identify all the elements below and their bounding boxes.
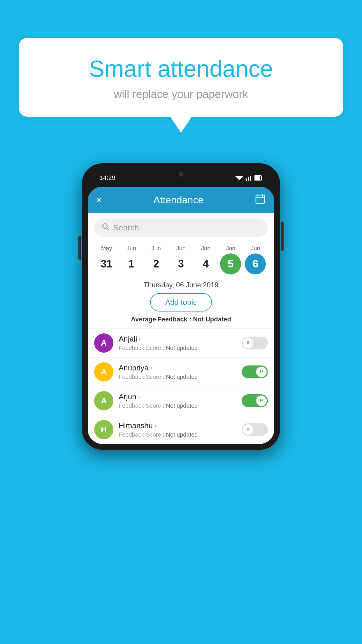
camera-dot	[179, 172, 183, 177]
add-topic-button[interactable]: Add topic	[150, 293, 212, 312]
avg-feedback: Average Feedback : Not Updated	[88, 316, 274, 323]
date-item[interactable]: Jun2	[144, 245, 168, 274]
search-icon	[101, 223, 110, 233]
toggle-container[interactable]: P	[242, 394, 268, 407]
attendance-toggle[interactable]: A	[242, 423, 268, 436]
svg-rect-3	[250, 176, 251, 181]
status-icons	[235, 175, 263, 181]
side-button-left	[78, 236, 81, 260]
speech-bubble-title: Smart attendance	[36, 55, 326, 82]
toggle-container[interactable]: A	[242, 423, 268, 436]
date-item[interactable]: Jun1	[119, 245, 144, 274]
battery-icon	[254, 175, 263, 181]
student-name[interactable]: Himanshu ›	[119, 421, 242, 430]
close-button[interactable]: ×	[96, 195, 102, 205]
search-bar[interactable]: Search	[94, 218, 268, 237]
toggle-container[interactable]: P	[242, 365, 268, 378]
wifi-icon	[235, 175, 243, 181]
feedback-score: Feedback Score : Not updated	[119, 345, 242, 351]
side-button-right	[281, 222, 284, 251]
date-item[interactable]: May31	[94, 245, 119, 274]
status-time: 14:29	[99, 174, 115, 182]
phone-screen: × Attendance	[88, 187, 274, 444]
date-strip: May31Jun1Jun2Jun3Jun4Jun5Jun6	[88, 242, 274, 279]
chevron-icon: ›	[138, 393, 140, 400]
date-month: May	[94, 245, 119, 252]
toggle-knob: A	[243, 338, 253, 348]
student-info: Anupriya ›Feedback Score : Not updated	[113, 363, 242, 380]
attendance-toggle[interactable]: A	[242, 337, 268, 349]
chevron-icon: ›	[139, 336, 141, 342]
table-row[interactable]: AAnupriya ›Feedback Score : Not updatedP	[88, 357, 274, 386]
table-row[interactable]: HHimanshu ›Feedback Score : Not updatedA	[88, 415, 274, 444]
student-list: AAnjali ›Feedback Score : Not updatedAAA…	[88, 328, 274, 444]
phone-frame: 14:29	[82, 163, 280, 450]
app-header: × Attendance	[88, 187, 274, 213]
search-input[interactable]: Search	[113, 223, 139, 232]
phone-notch	[169, 169, 193, 179]
chevron-icon: ›	[154, 422, 157, 429]
date-day[interactable]: 5	[220, 253, 241, 274]
table-row[interactable]: AAnjali ›Feedback Score : Not updatedA	[88, 328, 274, 357]
svg-rect-7	[256, 195, 265, 203]
toggle-knob: A	[243, 424, 253, 435]
date-day[interactable]: 6	[245, 253, 266, 274]
date-month: Jun	[194, 245, 218, 252]
toggle-knob: P	[256, 367, 267, 377]
date-month: Jun	[218, 245, 243, 252]
date-item[interactable]: Jun3	[168, 245, 193, 274]
date-item[interactable]: Jun5	[218, 245, 243, 274]
date-item[interactable]: Jun4	[194, 245, 218, 274]
table-row[interactable]: AArjun ›Feedback Score : Not updatedP	[88, 386, 274, 415]
speech-bubble-subtitle: will replace your paperwork	[36, 88, 326, 101]
student-info: Arjun ›Feedback Score : Not updated	[113, 392, 242, 409]
feedback-score: Feedback Score : Not updated	[119, 431, 242, 438]
date-day[interactable]: 4	[195, 253, 216, 274]
avatar: A	[94, 362, 113, 382]
speech-bubble-container: Smart attendance will replace your paper…	[19, 38, 343, 117]
speech-bubble: Smart attendance will replace your paper…	[19, 38, 343, 117]
svg-rect-5	[261, 177, 262, 179]
date-month: Jun	[168, 245, 193, 252]
attendance-toggle[interactable]: P	[242, 394, 268, 407]
date-month: Jun	[119, 245, 144, 252]
date-item[interactable]: Jun6	[243, 245, 268, 274]
student-name[interactable]: Anupriya ›	[119, 363, 242, 372]
feedback-value: Not updated	[166, 431, 198, 438]
student-name[interactable]: Anjali ›	[119, 335, 242, 344]
svg-rect-6	[255, 176, 260, 180]
selected-date-label: Thursday, 06 June 2019	[88, 281, 274, 289]
feedback-value: Not updated	[166, 374, 198, 380]
student-name[interactable]: Arjun ›	[119, 392, 242, 401]
feedback-value: Not updated	[166, 345, 198, 351]
toggle-knob: P	[256, 396, 267, 406]
avatar: A	[94, 333, 113, 353]
avg-feedback-value: Not Updated	[193, 316, 231, 323]
student-info: Himanshu ›Feedback Score : Not updated	[113, 421, 242, 438]
date-day[interactable]: 2	[146, 253, 167, 274]
avg-feedback-label: Average Feedback :	[131, 316, 193, 323]
svg-rect-1	[246, 178, 247, 181]
phone-wrapper: 14:29	[82, 163, 280, 450]
header-title: Attendance	[153, 194, 203, 206]
date-month: Jun	[144, 245, 168, 252]
attendance-toggle[interactable]: P	[242, 365, 268, 378]
date-month: Jun	[243, 245, 268, 252]
svg-rect-2	[248, 177, 249, 181]
student-info: Anjali ›Feedback Score : Not updated	[113, 335, 242, 351]
svg-marker-0	[235, 176, 243, 180]
status-bar: 14:29	[88, 169, 274, 187]
date-day[interactable]: 1	[121, 253, 142, 274]
date-day[interactable]: 31	[96, 253, 117, 274]
signal-icon	[246, 175, 252, 181]
svg-line-12	[107, 228, 109, 230]
calendar-icon[interactable]	[255, 194, 266, 206]
toggle-container[interactable]: A	[242, 337, 268, 349]
feedback-score: Feedback Score : Not updated	[119, 374, 242, 380]
feedback-value: Not updated	[166, 402, 198, 409]
date-day[interactable]: 3	[171, 253, 191, 274]
avatar: H	[94, 420, 113, 439]
avatar: A	[94, 391, 113, 410]
feedback-score: Feedback Score : Not updated	[119, 402, 242, 409]
chevron-icon: ›	[150, 365, 152, 371]
